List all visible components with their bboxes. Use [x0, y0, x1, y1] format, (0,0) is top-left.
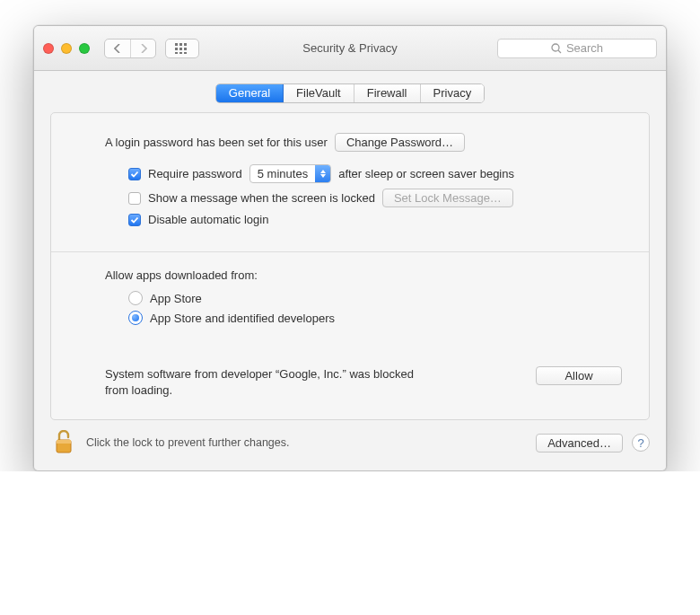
svg-rect-8 [184, 52, 187, 54]
radio-app-store-and-devs-label: App Store and identified developers [150, 312, 335, 325]
svg-rect-2 [184, 43, 187, 46]
nav-back-forward [104, 39, 156, 58]
close-window-button[interactable] [43, 43, 54, 54]
change-password-button[interactable]: Change Password… [335, 133, 465, 152]
disable-auto-login-label: Disable automatic login [148, 213, 268, 226]
tab-firewall[interactable]: Firewall [354, 84, 421, 102]
allow-apps-label: Allow apps downloaded from: [105, 268, 622, 282]
svg-rect-0 [175, 43, 178, 46]
window-controls [43, 43, 90, 54]
show-all-button[interactable] [165, 39, 199, 58]
lock-icon[interactable] [50, 429, 77, 456]
footer: Click the lock to prevent further change… [50, 420, 650, 458]
minimize-window-button[interactable] [61, 43, 72, 54]
general-panel: A login password has been set for this u… [50, 112, 650, 420]
login-password-desc: A login password has been set for this u… [105, 136, 328, 149]
svg-point-9 [552, 44, 559, 51]
radio-app-store-label: App Store [150, 292, 202, 305]
tab-filevault[interactable]: FileVault [284, 84, 354, 102]
back-button[interactable] [105, 40, 130, 57]
tab-general[interactable]: General [216, 84, 284, 102]
show-lock-message-label: Show a message when the screen is locked [148, 191, 375, 205]
allow-apps-radiogroup: App Store App Store and identified devel… [128, 291, 622, 325]
svg-rect-4 [179, 48, 182, 50]
radio-app-store-and-devs[interactable] [128, 311, 143, 325]
svg-line-10 [558, 50, 561, 53]
search-placeholder: Search [566, 41, 603, 55]
disable-auto-login-checkbox[interactable] [128, 214, 141, 226]
zoom-window-button[interactable] [79, 43, 90, 54]
svg-rect-5 [184, 48, 187, 50]
svg-rect-6 [175, 52, 178, 54]
require-password-interval-select[interactable]: 5 minutes [249, 164, 331, 183]
radio-app-store[interactable] [128, 291, 143, 305]
svg-rect-1 [179, 43, 182, 46]
toolbar: Security & Privacy Search [34, 26, 666, 71]
require-password-label-post: after sleep or screen saver begins [338, 167, 514, 180]
require-password-checkbox[interactable] [128, 168, 141, 180]
select-arrows-icon [315, 165, 330, 182]
tab-privacy[interactable]: Privacy [421, 84, 485, 102]
advanced-button[interactable]: Advanced… [536, 434, 623, 452]
divider [51, 251, 649, 252]
set-lock-message-button[interactable]: Set Lock Message… [382, 189, 513, 207]
search-input[interactable]: Search [497, 39, 657, 58]
allow-button[interactable]: Allow [536, 366, 622, 385]
window-body: General FileVault Firewall Privacy A log… [34, 71, 666, 470]
help-button[interactable]: ? [632, 434, 650, 452]
require-password-label-pre: Require password [148, 167, 242, 180]
search-icon [551, 43, 562, 54]
lock-hint-text: Click the lock to prevent further change… [86, 436, 290, 449]
forward-button[interactable] [130, 40, 155, 57]
tab-bar: General FileVault Firewall Privacy [215, 83, 485, 103]
svg-rect-12 [57, 440, 71, 444]
blocked-software-message: System software from developer “Google, … [105, 366, 428, 398]
show-lock-message-checkbox[interactable] [128, 192, 141, 205]
preferences-window: Security & Privacy Search General FileVa… [33, 25, 667, 471]
require-password-interval-value: 5 minutes [250, 167, 315, 180]
svg-rect-3 [175, 48, 178, 50]
svg-rect-7 [179, 52, 182, 54]
